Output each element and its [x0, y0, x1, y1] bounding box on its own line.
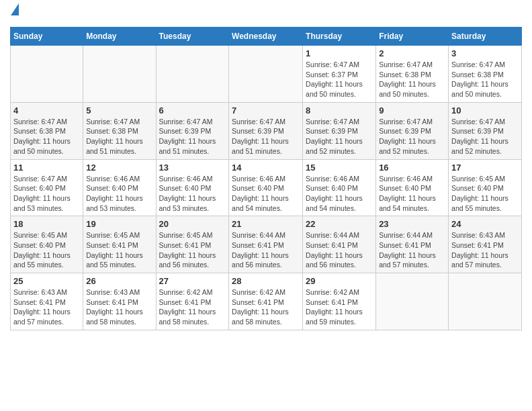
calendar-cell: 22Sunrise: 6:44 AMSunset: 6:41 PMDayligh… [303, 216, 376, 273]
day-number: 26 [86, 276, 152, 286]
day-info: Sunrise: 6:47 AMSunset: 6:39 PMDaylight:… [306, 118, 363, 155]
calendar-cell: 24Sunrise: 6:43 AMSunset: 6:41 PMDayligh… [449, 216, 522, 273]
calendar-week-4: 25Sunrise: 6:43 AMSunset: 6:41 PMDayligh… [11, 273, 522, 330]
calendar-table: SundayMondayTuesdayWednesdayThursdayFrid… [10, 27, 522, 330]
day-info: Sunrise: 6:47 AMSunset: 6:38 PMDaylight:… [451, 60, 508, 98]
day-info: Sunrise: 6:44 AMSunset: 6:41 PMDaylight:… [232, 231, 289, 269]
calendar-cell: 11Sunrise: 6:47 AMSunset: 6:40 PMDayligh… [11, 159, 83, 216]
calendar-cell: 20Sunrise: 6:45 AMSunset: 6:41 PMDayligh… [156, 216, 229, 273]
day-info: Sunrise: 6:43 AMSunset: 6:41 PMDaylight:… [451, 231, 508, 269]
day-number: 3 [451, 48, 519, 58]
calendar-cell: 16Sunrise: 6:46 AMSunset: 6:40 PMDayligh… [376, 159, 449, 216]
day-info: Sunrise: 6:43 AMSunset: 6:41 PMDaylight:… [86, 288, 143, 326]
day-number: 13 [159, 163, 226, 173]
calendar-week-1: 4Sunrise: 6:47 AMSunset: 6:38 PMDaylight… [11, 102, 522, 159]
day-info: Sunrise: 6:47 AMSunset: 6:39 PMDaylight:… [451, 118, 508, 155]
day-info: Sunrise: 6:47 AMSunset: 6:39 PMDaylight:… [379, 118, 436, 155]
calendar-cell [449, 273, 522, 330]
day-number: 9 [379, 105, 445, 116]
day-info: Sunrise: 6:42 AMSunset: 6:41 PMDaylight:… [306, 288, 363, 326]
calendar-cell: 15Sunrise: 6:46 AMSunset: 6:40 PMDayligh… [303, 159, 376, 216]
calendar-cell [83, 46, 156, 103]
calendar-cell: 25Sunrise: 6:43 AMSunset: 6:41 PMDayligh… [11, 273, 83, 330]
calendar-cell: 13Sunrise: 6:46 AMSunset: 6:40 PMDayligh… [156, 159, 229, 216]
calendar-cell: 8Sunrise: 6:47 AMSunset: 6:39 PMDaylight… [303, 102, 376, 159]
day-info: Sunrise: 6:47 AMSunset: 6:40 PMDaylight:… [13, 175, 71, 212]
day-info: Sunrise: 6:47 AMSunset: 6:38 PMDaylight:… [13, 118, 71, 155]
calendar-cell [229, 46, 303, 103]
calendar-cell: 5Sunrise: 6:47 AMSunset: 6:38 PMDaylight… [83, 102, 156, 159]
day-number: 28 [232, 276, 300, 286]
day-info: Sunrise: 6:44 AMSunset: 6:41 PMDaylight:… [379, 231, 436, 269]
calendar-cell: 27Sunrise: 6:42 AMSunset: 6:41 PMDayligh… [156, 273, 229, 330]
calendar-week-3: 18Sunrise: 6:45 AMSunset: 6:40 PMDayligh… [11, 216, 522, 273]
day-number: 18 [13, 219, 80, 229]
calendar-cell: 19Sunrise: 6:45 AMSunset: 6:41 PMDayligh… [83, 216, 156, 273]
day-info: Sunrise: 6:47 AMSunset: 6:38 PMDaylight:… [86, 118, 143, 155]
day-info: Sunrise: 6:46 AMSunset: 6:40 PMDaylight:… [379, 175, 436, 212]
day-number: 11 [13, 163, 80, 173]
day-number: 10 [451, 105, 519, 116]
day-info: Sunrise: 6:47 AMSunset: 6:38 PMDaylight:… [379, 60, 436, 98]
calendar-cell [376, 273, 449, 330]
day-info: Sunrise: 6:42 AMSunset: 6:41 PMDaylight:… [232, 288, 289, 326]
day-info: Sunrise: 6:46 AMSunset: 6:40 PMDaylight:… [86, 175, 143, 212]
day-info: Sunrise: 6:47 AMSunset: 6:39 PMDaylight:… [159, 118, 216, 155]
header-monday: Monday [83, 28, 156, 46]
page-header [10, 7, 522, 21]
calendar-cell: 29Sunrise: 6:42 AMSunset: 6:41 PMDayligh… [303, 273, 376, 330]
day-number: 25 [13, 276, 80, 286]
calendar-cell: 10Sunrise: 6:47 AMSunset: 6:39 PMDayligh… [449, 102, 522, 159]
day-number: 19 [86, 219, 152, 229]
calendar-cell [156, 46, 229, 103]
header-wednesday: Wednesday [229, 28, 303, 46]
day-number: 14 [232, 163, 300, 173]
day-number: 5 [86, 105, 152, 116]
day-info: Sunrise: 6:47 AMSunset: 6:39 PMDaylight:… [232, 118, 289, 155]
calendar-cell: 4Sunrise: 6:47 AMSunset: 6:38 PMDaylight… [11, 102, 83, 159]
calendar-cell: 1Sunrise: 6:47 AMSunset: 6:37 PMDaylight… [303, 46, 376, 103]
day-number: 6 [159, 105, 226, 116]
day-number: 23 [379, 219, 445, 229]
day-number: 21 [232, 219, 300, 229]
day-number: 16 [379, 163, 445, 173]
header-thursday: Thursday [303, 28, 376, 46]
calendar-cell: 9Sunrise: 6:47 AMSunset: 6:39 PMDaylight… [376, 102, 449, 159]
day-number: 17 [451, 163, 519, 173]
calendar-cell: 12Sunrise: 6:46 AMSunset: 6:40 PMDayligh… [83, 159, 156, 216]
calendar-cell: 6Sunrise: 6:47 AMSunset: 6:39 PMDaylight… [156, 102, 229, 159]
logo [10, 7, 19, 21]
day-number: 27 [159, 276, 226, 286]
calendar-cell: 18Sunrise: 6:45 AMSunset: 6:40 PMDayligh… [11, 216, 83, 273]
day-info: Sunrise: 6:45 AMSunset: 6:40 PMDaylight:… [13, 231, 71, 269]
day-info: Sunrise: 6:46 AMSunset: 6:40 PMDaylight:… [232, 175, 289, 212]
calendar-cell: 26Sunrise: 6:43 AMSunset: 6:41 PMDayligh… [83, 273, 156, 330]
calendar-cell: 17Sunrise: 6:45 AMSunset: 6:40 PMDayligh… [449, 159, 522, 216]
calendar-cell: 7Sunrise: 6:47 AMSunset: 6:39 PMDaylight… [229, 102, 303, 159]
header-sunday: Sunday [11, 28, 83, 46]
day-info: Sunrise: 6:46 AMSunset: 6:40 PMDaylight:… [306, 175, 363, 212]
header-tuesday: Tuesday [156, 28, 229, 46]
day-info: Sunrise: 6:43 AMSunset: 6:41 PMDaylight:… [13, 288, 71, 326]
day-number: 29 [306, 276, 373, 286]
day-info: Sunrise: 6:45 AMSunset: 6:40 PMDaylight:… [451, 175, 508, 212]
day-info: Sunrise: 6:47 AMSunset: 6:37 PMDaylight:… [306, 60, 363, 98]
day-number: 2 [379, 48, 445, 58]
day-info: Sunrise: 6:42 AMSunset: 6:41 PMDaylight:… [159, 288, 216, 326]
day-number: 15 [306, 163, 373, 173]
calendar-cell [11, 46, 83, 103]
calendar-cell: 2Sunrise: 6:47 AMSunset: 6:38 PMDaylight… [376, 46, 449, 103]
header-saturday: Saturday [449, 28, 522, 46]
calendar-cell: 23Sunrise: 6:44 AMSunset: 6:41 PMDayligh… [376, 216, 449, 273]
day-number: 20 [159, 219, 226, 229]
calendar-week-0: 1Sunrise: 6:47 AMSunset: 6:37 PMDaylight… [11, 46, 522, 103]
day-number: 4 [13, 105, 80, 116]
calendar-cell: 3Sunrise: 6:47 AMSunset: 6:38 PMDaylight… [449, 46, 522, 103]
day-info: Sunrise: 6:45 AMSunset: 6:41 PMDaylight:… [159, 231, 216, 269]
header-friday: Friday [376, 28, 449, 46]
day-number: 1 [306, 48, 373, 58]
calendar-cell: 14Sunrise: 6:46 AMSunset: 6:40 PMDayligh… [229, 159, 303, 216]
calendar-week-2: 11Sunrise: 6:47 AMSunset: 6:40 PMDayligh… [11, 159, 522, 216]
day-number: 7 [232, 105, 300, 116]
day-number: 8 [306, 105, 373, 116]
